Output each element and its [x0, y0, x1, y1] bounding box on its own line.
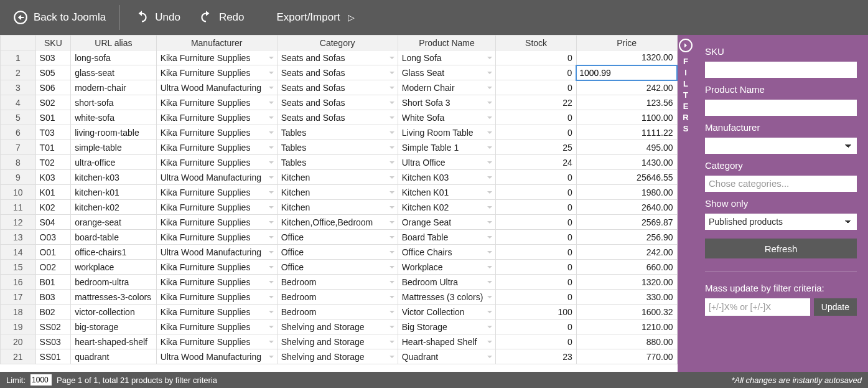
cell-price[interactable]: 242.00 — [576, 80, 677, 95]
cell-mfr[interactable]: Kika Furniture Supplies — [156, 275, 277, 290]
cell-mfr[interactable]: Kika Furniture Supplies — [156, 230, 277, 245]
cell-name[interactable]: Short Sofa 3 — [398, 95, 496, 110]
cell-name[interactable]: Glass Seat — [398, 65, 496, 80]
filters-tab[interactable]: FILTERS — [678, 35, 694, 372]
cell-name[interactable]: Big Storage — [398, 319, 496, 334]
cell-rn[interactable]: 12 — [1, 215, 36, 230]
cell-price[interactable]: 1111.22 — [576, 125, 677, 140]
cell-url[interactable]: mattresses-3-colors — [71, 290, 156, 305]
cell-mfr[interactable]: Kika Furniture Supplies — [156, 260, 277, 275]
cell-mfr[interactable]: Kika Furniture Supplies — [156, 185, 277, 200]
category-chooser[interactable]: Chose categories... — [705, 176, 857, 192]
cell-sku[interactable]: K03 — [35, 170, 71, 185]
price-editor[interactable] — [577, 66, 676, 80]
cell-sku[interactable]: T01 — [35, 140, 71, 155]
cell-mfr[interactable]: Ultra Wood Manufacturing — [156, 349, 277, 364]
cell-rn[interactable]: 4 — [1, 95, 36, 110]
cell-cat[interactable]: Kitchen — [277, 185, 398, 200]
mass-value-input[interactable] — [705, 298, 810, 316]
cell-sku[interactable]: SS02 — [35, 319, 71, 334]
cell-rn[interactable]: 11 — [1, 200, 36, 215]
col-header-url[interactable]: URL alias — [71, 35, 156, 50]
cell-url[interactable]: ultra-office — [71, 155, 156, 170]
name-input[interactable] — [705, 100, 857, 116]
cell-url[interactable]: simple-table — [71, 140, 156, 155]
cell-url[interactable]: kitchen-k02 — [71, 200, 156, 215]
cell-price[interactable]: 123.56 — [576, 95, 677, 110]
col-header-price[interactable]: Price — [576, 35, 677, 50]
cell-price[interactable]: 1320.00 — [576, 275, 677, 290]
cell-rn[interactable]: 8 — [1, 155, 36, 170]
cell-price[interactable]: 660.00 — [576, 260, 677, 275]
col-header-stock[interactable]: Stock — [496, 35, 576, 50]
cell-stock[interactable]: 0 — [496, 290, 576, 305]
cell-stock[interactable]: 24 — [496, 155, 576, 170]
cell-price[interactable]: 330.00 — [576, 290, 677, 305]
cell-sku[interactable]: SS03 — [35, 334, 71, 349]
cell-url[interactable]: kitchen-k01 — [71, 185, 156, 200]
cell-sku[interactable]: O02 — [35, 260, 71, 275]
cell-stock[interactable]: 100 — [496, 305, 576, 319]
cell-stock[interactable]: 0 — [496, 125, 576, 140]
cell-sku[interactable]: K01 — [35, 185, 71, 200]
cell-price[interactable]: 880.00 — [576, 334, 677, 349]
cell-mfr[interactable]: Kika Furniture Supplies — [156, 215, 277, 230]
cell-name[interactable]: Heart-shaped Shelf — [398, 334, 496, 349]
cell-price[interactable]: 2569.87 — [576, 215, 677, 230]
cell-stock[interactable]: 0 — [496, 170, 576, 185]
cell-mfr[interactable]: Kika Furniture Supplies — [156, 110, 277, 125]
cell-mfr[interactable]: Kika Furniture Supplies — [156, 319, 277, 334]
products-table[interactable]: SKUURL aliasManufacturerCategoryProduct … — [0, 35, 678, 364]
cell-sku[interactable]: S02 — [35, 95, 71, 110]
cell-stock[interactable]: 0 — [496, 230, 576, 245]
cell-name[interactable]: Kitchen K01 — [398, 185, 496, 200]
cell-rn[interactable]: 17 — [1, 290, 36, 305]
cell-rn[interactable]: 14 — [1, 245, 36, 260]
cell-sku[interactable]: O01 — [35, 245, 71, 260]
cell-mfr[interactable]: Kika Furniture Supplies — [156, 95, 277, 110]
cell-url[interactable]: bedroom-ultra — [71, 275, 156, 290]
cell-mfr[interactable]: Kika Furniture Supplies — [156, 290, 277, 305]
cell-stock[interactable]: 0 — [496, 260, 576, 275]
cell-price[interactable]: 256.90 — [576, 230, 677, 245]
cell-name[interactable]: White Sofa — [398, 110, 496, 125]
cell-cat[interactable]: Kitchen — [277, 200, 398, 215]
cell-stock[interactable]: 0 — [496, 215, 576, 230]
cell-url[interactable]: big-storage — [71, 319, 156, 334]
cell-name[interactable]: Kitchen K03 — [398, 170, 496, 185]
cell-price[interactable]: 495.00 — [576, 140, 677, 155]
cell-price[interactable]: 2640.00 — [576, 200, 677, 215]
cell-name[interactable]: Ultra Office — [398, 155, 496, 170]
cell-price[interactable] — [576, 65, 677, 80]
cell-rn[interactable]: 15 — [1, 260, 36, 275]
cell-price[interactable]: 242.00 — [576, 245, 677, 260]
cell-rn[interactable]: 7 — [1, 140, 36, 155]
cell-rn[interactable]: 18 — [1, 305, 36, 319]
cell-stock[interactable]: 0 — [496, 245, 576, 260]
cell-price[interactable]: 25646.55 — [576, 170, 677, 185]
col-header-name[interactable]: Product Name — [398, 35, 496, 50]
cell-sku[interactable]: T02 — [35, 155, 71, 170]
cell-cat[interactable]: Bedroom — [277, 305, 398, 319]
cell-stock[interactable]: 25 — [496, 140, 576, 155]
cell-rn[interactable]: 9 — [1, 170, 36, 185]
cell-sku[interactable]: B03 — [35, 290, 71, 305]
cell-url[interactable]: kitchen-k03 — [71, 170, 156, 185]
cell-cat[interactable]: Seats and Sofas — [277, 95, 398, 110]
cell-sku[interactable]: S04 — [35, 215, 71, 230]
cell-price[interactable]: 1320.00 — [576, 50, 677, 65]
cell-mfr[interactable]: Kika Furniture Supplies — [156, 155, 277, 170]
cell-sku[interactable]: S03 — [35, 50, 71, 65]
cell-url[interactable]: white-sofa — [71, 110, 156, 125]
cell-cat[interactable]: Kitchen,Office,Bedroom — [277, 215, 398, 230]
cell-name[interactable]: Board Table — [398, 230, 496, 245]
cell-stock[interactable]: 22 — [496, 95, 576, 110]
cell-stock[interactable]: 0 — [496, 319, 576, 334]
cell-name[interactable]: Orange Seat — [398, 215, 496, 230]
cell-mfr[interactable]: Kika Furniture Supplies — [156, 65, 277, 80]
cell-name[interactable]: Simple Table 1 — [398, 140, 496, 155]
cell-price[interactable]: 1980.00 — [576, 185, 677, 200]
limit-input[interactable] — [30, 374, 52, 386]
cell-cat[interactable]: Seats and Sofas — [277, 50, 398, 65]
cell-url[interactable]: heart-shaped-shelf — [71, 334, 156, 349]
